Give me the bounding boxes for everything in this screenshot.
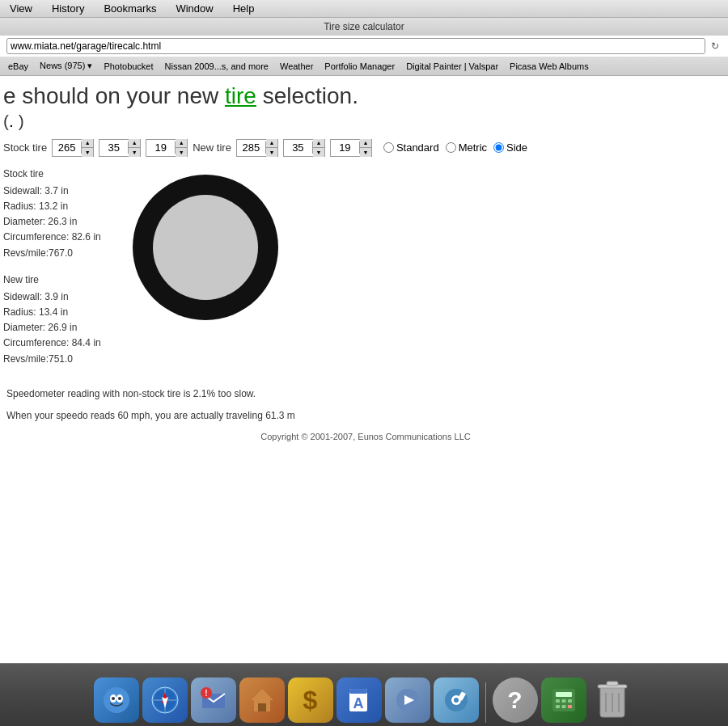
bookmark-digital-painter[interactable]: Digital Painter | Valspar	[401, 60, 503, 73]
svg-point-3	[112, 697, 115, 700]
inner-rim	[153, 195, 258, 300]
tire-info-area: Stock tire Sidewall: 3.7 in Radius: 13.2…	[3, 167, 728, 378]
menu-bookmarks[interactable]: Bookmarks	[100, 1, 159, 16]
new-circumference: Circumference: 84.4 in	[3, 336, 116, 351]
stock-rim-up[interactable]: ▲	[176, 139, 187, 148]
new-width-down[interactable]: ▼	[266, 148, 277, 157]
stock-spec-title: Stock tire	[3, 167, 116, 182]
dock-icon-finder[interactable]	[94, 677, 139, 723]
radio-metric-text: Metric	[459, 141, 487, 154]
radio-standard[interactable]	[383, 142, 394, 153]
stock-aspect-arrows[interactable]: ▲ ▼	[129, 139, 140, 157]
dock-icon-calculator[interactable]	[541, 677, 586, 723]
svg-text:A: A	[353, 695, 363, 711]
bookmark-news[interactable]: News (975)	[35, 59, 97, 73]
finance-icon-symbol: $	[303, 686, 318, 715]
dock-icon-mail[interactable]: !	[191, 677, 236, 723]
outer-tire	[133, 175, 278, 320]
svg-point-22	[454, 698, 459, 703]
new-radius: Radius: 13.4 in	[3, 305, 116, 320]
menu-bar: View History Bookmarks Window Help	[0, 0, 728, 18]
new-rim-up[interactable]: ▲	[360, 139, 371, 148]
radio-metric[interactable]	[446, 142, 456, 153]
dock-icon-safari[interactable]	[142, 677, 188, 723]
stock-rim-spinner[interactable]: 19 ▲ ▼	[146, 139, 188, 157]
new-diameter: Diameter: 26.9 in	[3, 320, 116, 336]
new-rim-arrows[interactable]: ▲ ▼	[360, 139, 371, 157]
radio-side-label[interactable]: Side	[493, 141, 527, 154]
display-radio-group: Standard Metric Side	[383, 141, 527, 154]
new-sidewall: Sidewall: 3.9 in	[3, 289, 116, 305]
svg-rect-29	[556, 705, 560, 708]
dock-icon-trash[interactable]	[590, 677, 635, 723]
bookmark-nissan[interactable]: Nissan 2009...s, and more	[160, 60, 273, 73]
copyright-text: Copyright © 2001-2007, Eunos Communicati…	[3, 432, 728, 441]
browser-window: View History Bookmarks Window Help Tire …	[0, 0, 728, 663]
reload-button[interactable]: ↻	[709, 40, 722, 53]
dock-icon-finance[interactable]: $	[288, 677, 333, 723]
stock-aspect-spinner[interactable]: 35 ▲ ▼	[99, 139, 141, 157]
help-icon-symbol: ?	[507, 686, 522, 714]
menu-history[interactable]: History	[49, 1, 87, 16]
new-rim-down[interactable]: ▼	[360, 148, 371, 157]
new-aspect-spinner[interactable]: 35 ▲ ▼	[283, 139, 325, 157]
dock-icon-help[interactable]: ?	[493, 677, 538, 723]
heading-suffix: selection.	[256, 83, 358, 108]
svg-point-4	[118, 697, 121, 700]
new-aspect-up[interactable]: ▲	[313, 139, 324, 148]
dock-icon-itunes[interactable]	[434, 677, 479, 723]
stock-width-up[interactable]: ▲	[82, 139, 93, 148]
radio-standard-text: Standard	[396, 141, 439, 154]
dock-icon-itunes-store[interactable]	[385, 677, 430, 723]
dock-items-container: ! $ A	[94, 677, 635, 723]
bookmarks-bar: eBay News (975) Photobucket Nissan 2009.…	[0, 57, 728, 76]
menu-view[interactable]: View	[6, 1, 36, 16]
speedometer-line1: Speedometer reading with non-stock tire …	[6, 386, 728, 402]
tire-visualization	[133, 175, 278, 320]
svg-rect-26	[556, 699, 560, 703]
new-rim-spinner[interactable]: 19 ▲ ▼	[330, 139, 372, 157]
svg-rect-28	[568, 699, 572, 703]
stock-width-arrows[interactable]: ▲ ▼	[82, 139, 93, 157]
new-specs-block: New tire Sidewall: 3.9 in Radius: 13.4 i…	[3, 272, 116, 367]
radio-standard-label[interactable]: Standard	[383, 141, 439, 154]
menu-window[interactable]: Window	[172, 1, 216, 16]
radio-side[interactable]	[493, 142, 504, 153]
stock-width-down[interactable]: ▼	[82, 148, 93, 157]
stock-aspect-value: 35	[99, 141, 129, 154]
bookmark-weather[interactable]: Weather	[275, 60, 318, 73]
bookmark-photobucket[interactable]: Photobucket	[99, 60, 158, 73]
stock-diameter: Diameter: 26.3 in	[3, 214, 116, 230]
dock-icon-word[interactable]: A	[336, 677, 382, 723]
new-aspect-down[interactable]: ▼	[313, 148, 324, 157]
url-input[interactable]	[6, 38, 705, 54]
address-bar: ↻	[0, 36, 728, 57]
stock-aspect-up[interactable]: ▲	[129, 139, 140, 148]
window-title: Tire size calculator	[324, 21, 404, 32]
new-width-spinner[interactable]: 285 ▲ ▼	[236, 139, 278, 157]
new-spec-title: New tire	[3, 272, 116, 288]
svg-rect-27	[561, 699, 565, 703]
dock-icon-photos[interactable]	[239, 677, 285, 723]
new-revs: Revs/mile:751.0	[3, 352, 116, 367]
bookmark-portfolio[interactable]: Portfolio Manager	[320, 60, 400, 73]
stock-aspect-down[interactable]: ▼	[129, 148, 140, 157]
bookmark-picasa[interactable]: Picasa Web Albums	[505, 60, 594, 73]
stock-specs-block: Stock tire Sidewall: 3.7 in Radius: 13.2…	[3, 167, 116, 261]
stock-width-spinner[interactable]: 265 ▲ ▼	[52, 139, 94, 157]
calculator-controls: Stock tire 265 ▲ ▼ 35 ▲ ▼ 19	[3, 139, 728, 157]
new-tire-label: New tire	[193, 141, 231, 154]
title-bar: Tire size calculator	[0, 18, 728, 36]
new-width-arrows[interactable]: ▲ ▼	[266, 139, 277, 157]
stock-rim-down[interactable]: ▼	[176, 148, 187, 157]
stock-radius: Radius: 13.2 in	[3, 199, 116, 214]
stock-rim-arrows[interactable]: ▲ ▼	[176, 139, 187, 157]
page-heading: e should on your new tire selection.	[3, 82, 728, 110]
new-width-up[interactable]: ▲	[266, 139, 277, 148]
radio-metric-label[interactable]: Metric	[446, 141, 487, 154]
menu-help[interactable]: Help	[230, 1, 258, 16]
tire-link[interactable]: tire	[225, 83, 256, 108]
new-aspect-arrows[interactable]: ▲ ▼	[313, 139, 324, 157]
stock-rim-value: 19	[146, 141, 176, 154]
bookmark-ebay[interactable]: eBay	[3, 60, 33, 73]
